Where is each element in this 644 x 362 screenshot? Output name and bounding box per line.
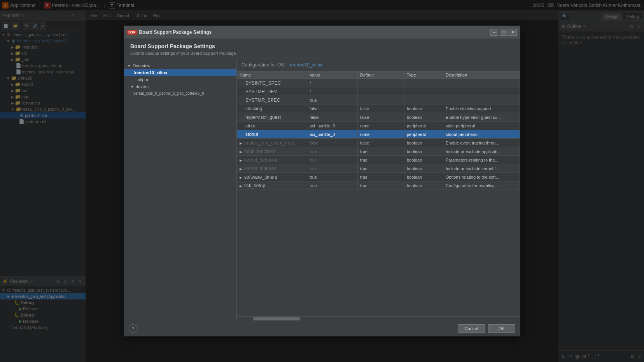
dialog-footer: ? Cancel OK [124, 321, 520, 336]
dialog-close-btn[interactable]: ✕ [509, 29, 517, 36]
cell-default-5: none [358, 122, 404, 130]
scrollbar-thumb[interactable] [253, 317, 300, 320]
cell-type-5: peripheral [404, 122, 443, 130]
horizontal-scrollbar[interactable] [237, 316, 520, 321]
dialog-titlebar: BSP Board Support Package Settings – □ ✕ [124, 26, 520, 38]
cell-desc-0 [443, 79, 520, 87]
cell-default-8: true [358, 147, 404, 156]
nav-label-xilpm: xilpm [138, 77, 148, 82]
cell-type-1 [404, 87, 443, 96]
config-os-label: Configuration for OS: [242, 62, 285, 68]
dialog-body: ▼ Overview freertos10_xilinx xilpm ▼ dri… [124, 59, 520, 321]
nav-versal-cips[interactable]: versal_cips_0_pspmc_0_psp_cortexr5_0 [124, 90, 236, 97]
cell-value-7[interactable]: false [307, 139, 358, 147]
table-row[interactable]: ▶ hook_functions true true boolean Inclu… [237, 147, 520, 156]
cell-desc-7: Enable event tracing throu... [443, 139, 520, 147]
cell-type-7: boolean [404, 139, 443, 147]
table-row[interactable]: SYSTMR_DEV * [237, 87, 520, 96]
cell-type-3: boolean [404, 104, 443, 113]
cell-value-5[interactable]: axi_uartlite_0 [307, 122, 358, 130]
cell-default-0 [358, 79, 404, 87]
cell-name-12: ▶ tick_setup [237, 181, 307, 190]
modal-overlay: BSP Board Support Package Settings – □ ✕… [0, 0, 644, 362]
cell-default-6: none [358, 130, 404, 139]
cell-name-6: stdout [237, 130, 307, 139]
cell-desc-3: Enable clocking support [443, 104, 520, 113]
cell-default-4: false [358, 113, 404, 122]
nav-label-overview: Overview [133, 63, 150, 68]
cell-desc-6: stdout peripheral [443, 130, 520, 139]
cell-desc-9: Parameters relating to the... [443, 156, 520, 164]
col-type: Type [404, 71, 443, 79]
dialog-content: Board Support Package Settings Control v… [124, 38, 520, 336]
cell-value-3[interactable]: false [307, 104, 358, 113]
dialog-icon: BSP [127, 30, 137, 35]
cell-name-4: hypervisor_guest [237, 113, 307, 122]
cell-value-11[interactable]: true [307, 173, 358, 181]
cell-value-4[interactable]: false [307, 113, 358, 122]
table-row[interactable]: ▶ enable_stm_event_trace false false boo… [237, 139, 520, 147]
cell-desc-2 [443, 96, 520, 104]
dialog-controls: – □ ✕ [490, 29, 517, 36]
cell-desc-5: stdin peripheral [443, 122, 520, 130]
col-name: Name [237, 71, 307, 79]
cell-default-7: false [358, 139, 404, 147]
bsp-table: Name Value Default Type Description SYSI… [237, 71, 520, 190]
cell-type-6: peripheral [404, 130, 443, 139]
nav-label-freertos: freertos10_xilinx [133, 70, 167, 75]
cell-default-12: true [358, 181, 404, 190]
table-row[interactable]: clocking false false boolean Enable cloc… [237, 104, 520, 113]
nav-arrow-drivers: ▼ [130, 85, 134, 89]
cell-value-12[interactable]: true [307, 181, 358, 190]
cell-value-2[interactable]: true [307, 96, 358, 104]
cell-value-10[interactable]: true [307, 164, 358, 173]
cell-value-8[interactable]: true [307, 147, 358, 156]
cell-default-2 [358, 96, 404, 104]
table-row[interactable]: hypervisor_guest false false boolean Ena… [237, 113, 520, 122]
table-row[interactable]: stdout axi_uartlite_0 none peripheral st… [237, 130, 520, 139]
dialog-title-area: BSP Board Support Package Settings [127, 30, 212, 35]
cell-name-7: ▶ enable_stm_event_trace [237, 139, 307, 147]
bsp-dialog: BSP Board Support Package Settings – □ ✕… [124, 26, 520, 336]
cell-value-6[interactable]: axi_uartlite_0 [307, 130, 358, 139]
help-button[interactable]: ? [129, 324, 137, 333]
cell-type-11: boolean [404, 173, 443, 181]
dialog-minimize-btn[interactable]: – [490, 29, 498, 36]
cell-name-0: SYSINTC_SPEC [237, 79, 307, 87]
nav-xilpm[interactable]: xilpm [124, 76, 236, 83]
cell-type-8: boolean [404, 147, 443, 156]
cell-default-10: true [358, 164, 404, 173]
table-row[interactable]: ▶ tick_setup true true boolean Configura… [237, 181, 520, 190]
nav-drivers[interactable]: ▼ drivers [124, 83, 236, 90]
config-os-link[interactable]: freertos10_xilinx [289, 62, 322, 68]
dialog-header-sub: Control various settings of your Board S… [130, 51, 514, 56]
cell-desc-11: Options relating to the soft... [443, 173, 520, 181]
config-header: Configuration for OS: freertos10_xilinx [237, 59, 520, 71]
table-row[interactable]: SYSINTC_SPEC * [237, 79, 520, 87]
cell-desc-1 [443, 87, 520, 96]
table-row[interactable]: ▶ kernel_features true true boolean Incl… [237, 164, 520, 173]
cell-type-10: boolean [404, 164, 443, 173]
cell-desc-12: Configuration for enabling... [443, 181, 520, 190]
cell-value-0[interactable]: * [307, 79, 358, 87]
cell-value-1[interactable]: * [307, 87, 358, 96]
cancel-button[interactable]: Cancel [458, 324, 485, 333]
cell-value-9[interactable]: true [307, 156, 358, 164]
dialog-maximize-btn[interactable]: □ [500, 29, 508, 36]
cell-default-3: false [358, 104, 404, 113]
cell-name-9: ▶ kernel_behavior [237, 156, 307, 164]
dialog-nav: ▼ Overview freertos10_xilinx xilpm ▼ dri… [124, 59, 237, 321]
table-row[interactable]: SYSTMR_SPEC true [237, 96, 520, 104]
dialog-header: Board Support Package Settings Control v… [124, 38, 520, 59]
cell-default-11: true [358, 173, 404, 181]
table-row[interactable]: ▶ kernel_behavior true true boolean Para… [237, 156, 520, 164]
ok-button[interactable]: OK [488, 324, 515, 333]
table-row[interactable]: ▶ software_timers true true boolean Opti… [237, 173, 520, 181]
cell-desc-4: Enable hypervisor guest su... [443, 113, 520, 122]
nav-freertos[interactable]: freertos10_xilinx [124, 69, 236, 76]
table-row[interactable]: stdin axi_uartlite_0 none peripheral std… [237, 122, 520, 130]
cell-name-3: clocking [237, 104, 307, 113]
cell-name-8: ▶ hook_functions [237, 147, 307, 156]
cell-name-2: SYSTMR_SPEC [237, 96, 307, 104]
nav-overview[interactable]: ▼ Overview [124, 62, 236, 69]
